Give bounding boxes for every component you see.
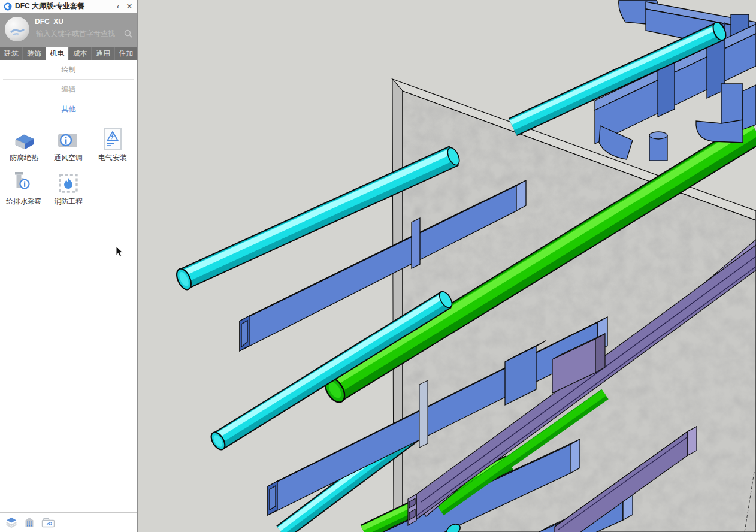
tool-grid: 防腐绝热 通风空调 bbox=[0, 119, 137, 214]
section-other[interactable]: 其他 bbox=[3, 99, 134, 119]
app-logo-icon bbox=[4, 2, 12, 11]
panel-title: DFC 大师版-专业套餐 bbox=[15, 1, 111, 11]
wall-sleeve-flange[interactable] bbox=[412, 218, 420, 268]
hvac-info-icon bbox=[56, 126, 80, 150]
tool-hvac[interactable]: 通风空调 bbox=[46, 126, 90, 163]
insulation-duct-icon bbox=[12, 126, 36, 150]
search-box[interactable] bbox=[35, 29, 132, 40]
username: DFC_XU bbox=[35, 17, 132, 26]
category-tabs: 建筑 装饰 机电 成本 通用 住加 bbox=[0, 47, 137, 60]
section-edit[interactable]: 编辑 bbox=[3, 80, 134, 99]
avatar[interactable] bbox=[5, 17, 29, 41]
section-draw[interactable]: 绘制 bbox=[3, 60, 134, 80]
search-input[interactable] bbox=[35, 29, 124, 38]
electrical-certificate-icon bbox=[102, 126, 123, 150]
building-icon[interactable] bbox=[24, 517, 35, 528]
image-folder-icon[interactable] bbox=[41, 517, 56, 528]
collapse-button[interactable]: ‹ bbox=[114, 1, 122, 13]
panel-titlebar: DFC 大师版-专业套餐 ‹ ✕ bbox=[0, 0, 137, 13]
tab-jidian[interactable]: 机电 bbox=[46, 47, 68, 60]
user-bar: DFC_XU bbox=[0, 13, 137, 47]
tab-jianzhu[interactable]: 建筑 bbox=[0, 47, 22, 60]
panel-statusbar bbox=[0, 512, 137, 532]
tab-zhujia[interactable]: 住加 bbox=[114, 47, 137, 60]
model-viewport[interactable] bbox=[138, 0, 756, 532]
layers-icon[interactable] bbox=[5, 517, 17, 528]
tab-chengben[interactable]: 成本 bbox=[68, 47, 91, 60]
plugin-panel: DFC 大师版-专业套餐 ‹ ✕ DFC_XU 建筑 装饰 机电 成本 通 bbox=[0, 0, 138, 532]
tab-zhuangshi[interactable]: 装饰 bbox=[22, 47, 45, 60]
wall-sleeve-flange[interactable] bbox=[419, 380, 428, 448]
tool-insulation[interactable]: 防腐绝热 bbox=[2, 126, 46, 163]
tool-fire[interactable]: 消防工程 bbox=[46, 170, 90, 207]
tool-plumbing[interactable]: 给排水采暖 bbox=[2, 170, 46, 207]
water-pipe-info-icon bbox=[12, 170, 36, 194]
close-button[interactable]: ✕ bbox=[125, 1, 134, 13]
tab-tongyong[interactable]: 通用 bbox=[91, 47, 114, 60]
mouse-cursor bbox=[116, 246, 125, 261]
search-icon[interactable] bbox=[124, 29, 132, 38]
fire-flame-icon bbox=[58, 170, 79, 194]
tool-electrical[interactable]: 电气安装 bbox=[90, 126, 135, 163]
